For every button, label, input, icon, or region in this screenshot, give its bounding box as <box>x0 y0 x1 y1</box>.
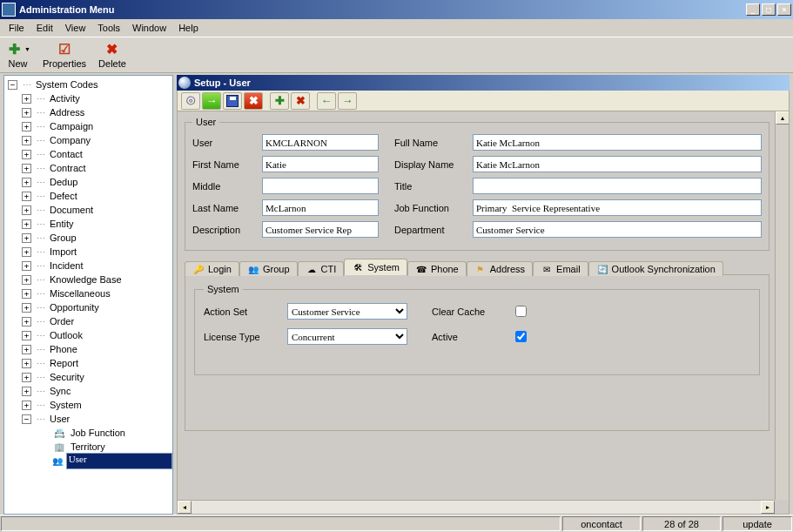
expand-icon[interactable]: + <box>22 122 31 131</box>
expand-icon[interactable]: + <box>22 164 31 173</box>
close-button[interactable]: × <box>777 3 791 16</box>
tree-item[interactable]: +⋯Knowledge Base <box>6 273 172 286</box>
active-checkbox[interactable] <box>515 331 527 342</box>
expand-icon[interactable]: + <box>22 275 31 285</box>
collapse-icon[interactable]: − <box>22 414 31 424</box>
scroll-left-icon[interactable]: ◂ <box>178 501 192 514</box>
link-button[interactable]: ⦾ <box>181 92 200 110</box>
middle-input[interactable] <box>262 178 379 194</box>
tree-item[interactable]: +⋯Report <box>6 356 172 370</box>
add-button[interactable]: ✚ <box>270 92 289 110</box>
tab-phone[interactable]: ☎Phone <box>407 261 467 276</box>
expand-icon[interactable]: + <box>22 205 31 215</box>
tree-item[interactable]: +⋯Company <box>6 133 172 147</box>
expand-icon[interactable]: + <box>22 387 31 396</box>
tree-item[interactable]: +⋯Opportunity <box>6 300 172 314</box>
expand-icon[interactable]: + <box>22 373 31 382</box>
fullname-input[interactable] <box>473 134 762 151</box>
expand-icon[interactable]: + <box>22 359 31 368</box>
expand-icon[interactable]: + <box>22 219 31 229</box>
scroll-right-icon[interactable]: ▸ <box>761 501 775 514</box>
tree-item[interactable]: +⋯Document <box>6 203 172 217</box>
go-button[interactable]: → <box>202 92 221 110</box>
tree-item[interactable]: +⋯Contract <box>6 161 172 175</box>
tree-item[interactable]: +⋯Phone <box>6 342 172 356</box>
tree-item[interactable]: +⋯Incident <box>6 259 172 273</box>
tab-system[interactable]: 🛠System <box>344 259 407 275</box>
tree-item[interactable]: +⋯Security <box>6 370 172 384</box>
user-input[interactable] <box>262 134 379 151</box>
expand-icon[interactable]: + <box>22 178 31 187</box>
save-button[interactable] <box>223 92 242 110</box>
menu-edit[interactable]: Edit <box>31 21 58 35</box>
description-input[interactable] <box>262 221 379 238</box>
remove-button[interactable]: ✖ <box>291 92 310 110</box>
tab-address[interactable]: ⚑Address <box>467 261 533 276</box>
expand-icon[interactable]: + <box>22 345 31 354</box>
tree-item[interactable]: +⋯Import <box>6 245 172 259</box>
clearcache-checkbox[interactable] <box>515 306 527 317</box>
next-button[interactable]: → <box>338 92 357 110</box>
expand-icon[interactable]: + <box>22 331 31 340</box>
new-button[interactable]: ✚▼ New <box>5 42 30 69</box>
tree-item[interactable]: +⋯Contact <box>6 147 172 161</box>
menu-view[interactable]: View <box>60 21 91 35</box>
expand-icon[interactable]: + <box>22 247 31 257</box>
tree-item[interactable]: +⋯System <box>6 398 172 412</box>
stop-button[interactable]: ✖ <box>244 92 263 110</box>
tree-item[interactable]: +⋯Outlook <box>6 328 172 342</box>
tab-group[interactable]: 👥Group <box>239 261 298 276</box>
tree-item[interactable]: +⋯Activity <box>6 91 172 105</box>
menu-file[interactable]: File <box>3 21 30 35</box>
phone-icon: ☎ <box>415 264 427 274</box>
tab-email[interactable]: ✉Email <box>533 261 588 276</box>
properties-button[interactable]: ☑ Properties <box>43 42 86 69</box>
horizontal-scrollbar[interactable]: ◂ ▸ <box>178 500 775 514</box>
expand-icon[interactable]: + <box>22 303 31 313</box>
expand-icon[interactable]: + <box>22 136 31 145</box>
license-select[interactable]: Concurrent <box>287 328 407 345</box>
tree-job-function[interactable]: 📇 Job Function <box>6 426 172 440</box>
tab-outlook[interactable]: 🔄Outlook Synchronization <box>588 261 723 276</box>
title-input[interactable] <box>473 178 762 194</box>
tree-item[interactable]: +⋯Campaign <box>6 119 172 133</box>
menu-tools[interactable]: Tools <box>92 21 125 35</box>
expand-icon[interactable]: + <box>22 317 31 327</box>
tree-item[interactable]: +⋯Sync <box>6 384 172 398</box>
displayname-input[interactable] <box>473 156 762 172</box>
tree-item[interactable]: +⋯Address <box>6 105 172 119</box>
tree-user[interactable]: − ⋯ User <box>6 412 172 426</box>
expand-icon[interactable]: + <box>22 401 31 410</box>
vertical-scrollbar[interactable]: ▴ <box>775 111 789 500</box>
expand-icon[interactable]: + <box>22 233 31 243</box>
tab-cti[interactable]: ☁CTI <box>298 261 345 276</box>
tree-root[interactable]: − ⋯ System Codes <box>6 77 172 91</box>
tree-item[interactable]: +⋯Entity <box>6 217 172 231</box>
menu-window[interactable]: Window <box>127 21 171 35</box>
tree-item[interactable]: +⋯Order <box>6 314 172 328</box>
menu-help[interactable]: Help <box>173 21 204 35</box>
scroll-up-icon[interactable]: ▴ <box>776 111 790 125</box>
collapse-icon[interactable]: − <box>8 80 17 90</box>
expand-icon[interactable]: + <box>22 150 31 159</box>
expand-icon[interactable]: + <box>22 108 31 118</box>
delete-button[interactable]: ✖ Delete <box>98 42 126 69</box>
firstname-input[interactable] <box>262 156 379 172</box>
tree-item[interactable]: +⋯Dedup <box>6 175 172 189</box>
expand-icon[interactable]: + <box>22 289 31 299</box>
actionset-select[interactable]: Customer Service <box>287 303 407 320</box>
tree-item[interactable]: +⋯Group <box>6 231 172 245</box>
jobfunction-input[interactable] <box>473 199 762 216</box>
tree-item[interactable]: +⋯Defect <box>6 189 172 203</box>
prev-button[interactable]: ← <box>317 92 336 110</box>
tab-login[interactable]: 🔑Login <box>185 261 239 276</box>
lastname-input[interactable] <box>262 199 379 216</box>
department-input[interactable] <box>473 221 762 238</box>
expand-icon[interactable]: + <box>22 192 31 201</box>
tree-item[interactable]: +⋯Miscellaneous <box>6 286 172 300</box>
maximize-button[interactable]: □ <box>762 3 776 16</box>
minimize-button[interactable]: _ <box>746 3 760 16</box>
tree-user-leaf[interactable]: 👥 User <box>6 454 172 468</box>
expand-icon[interactable]: + <box>22 261 31 271</box>
expand-icon[interactable]: + <box>22 94 31 104</box>
